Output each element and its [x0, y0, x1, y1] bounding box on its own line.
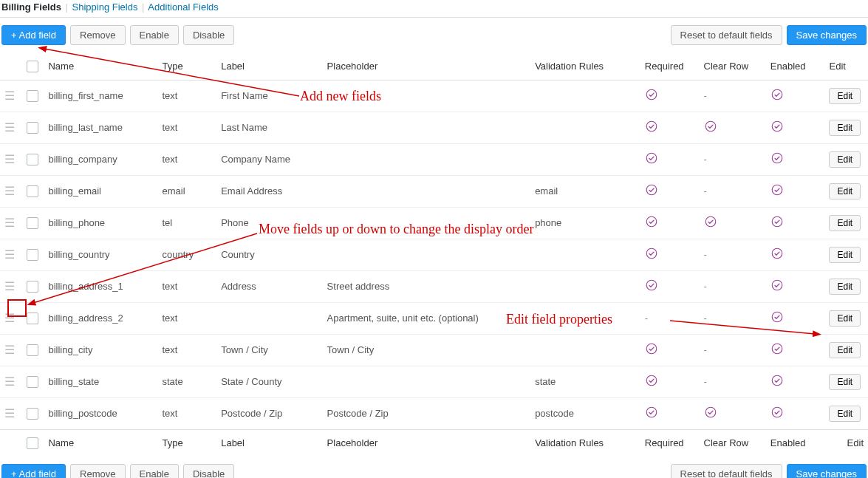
disable-button-bottom[interactable]: Disable	[183, 464, 234, 478]
check-circle-icon	[770, 215, 784, 228]
drag-handle-icon[interactable]: ☰	[4, 216, 15, 229]
drag-handle-icon[interactable]: ☰	[4, 312, 15, 324]
drag-handle-icon[interactable]: ☰	[4, 407, 15, 420]
svg-point-9	[646, 216, 657, 227]
cell-enabled	[766, 239, 825, 270]
add-field-button-bottom[interactable]: + Add field	[1, 464, 66, 478]
edit-button[interactable]: Edit	[829, 279, 861, 295]
cell-name: billing_last_name	[44, 112, 157, 143]
svg-point-10	[705, 216, 716, 227]
edit-button[interactable]: Edit	[829, 215, 861, 231]
cell-name: billing_state	[44, 366, 157, 397]
col-placeholder: Placeholder	[323, 52, 531, 80]
cell-enabled	[766, 143, 825, 175]
check-circle-icon	[645, 183, 658, 197]
cell-validation	[530, 143, 640, 175]
drag-handle-icon[interactable]: ☰	[4, 344, 15, 356]
table-row: ☰billing_postcodetextPostcode / ZipPostc…	[0, 397, 868, 429]
cell-validation	[530, 334, 640, 366]
edit-button[interactable]: Edit	[829, 120, 861, 136]
tab-additional[interactable]: Additional Fields	[148, 1, 218, 13]
row-checkbox[interactable]	[27, 249, 38, 261]
edit-button[interactable]: Edit	[829, 247, 861, 263]
svg-point-1	[772, 89, 782, 100]
cell-label: Country	[216, 239, 322, 270]
check-circle-icon	[770, 183, 784, 197]
cell-clear: -	[700, 80, 766, 112]
row-checkbox[interactable]	[27, 154, 38, 165]
cell-placeholder: Street address	[323, 270, 531, 302]
drag-handle-icon[interactable]: ☰	[4, 280, 15, 293]
edit-button[interactable]: Edit	[829, 183, 861, 199]
cell-label: Phone	[216, 207, 322, 239]
tab-billing[interactable]: Billing Fields	[1, 1, 61, 13]
reset-button[interactable]: Reset to default fields	[671, 25, 782, 45]
cell-type: text	[158, 80, 217, 112]
cell-required	[640, 270, 700, 302]
toolbar-top: + Add field Remove Enable Disable Reset …	[0, 18, 868, 52]
add-field-button[interactable]: + Add field	[1, 25, 66, 45]
cell-validation	[530, 302, 640, 334]
cell-type: text	[158, 270, 217, 302]
tab-shipping[interactable]: Shipping Fields	[72, 1, 138, 13]
cell-required	[640, 143, 700, 175]
cell-placeholder	[323, 366, 531, 397]
cell-type: text	[158, 397, 217, 429]
row-checkbox[interactable]	[27, 281, 38, 293]
table-row: ☰billing_phonetelPhonephoneEdit	[0, 207, 868, 239]
cell-label: Address	[216, 270, 322, 302]
check-circle-icon	[645, 247, 658, 260]
row-checkbox[interactable]	[27, 217, 38, 229]
cell-clear: -	[700, 175, 766, 207]
svg-point-8	[772, 185, 782, 195]
row-checkbox[interactable]	[27, 376, 38, 388]
row-checkbox[interactable]	[27, 185, 38, 197]
svg-point-0	[646, 89, 657, 100]
reset-button-bottom[interactable]: Reset to default fields	[671, 464, 782, 478]
svg-point-18	[772, 344, 782, 354]
cell-required	[640, 112, 700, 143]
row-checkbox[interactable]	[27, 344, 38, 356]
remove-button[interactable]: Remove	[70, 25, 125, 45]
cell-name: billing_address_1	[44, 270, 157, 302]
row-checkbox[interactable]	[27, 122, 38, 134]
svg-point-22	[705, 407, 716, 417]
enable-button[interactable]: Enable	[130, 25, 179, 45]
edit-button[interactable]: Edit	[829, 310, 861, 327]
cell-name: billing_email	[44, 175, 157, 207]
svg-point-14	[646, 280, 657, 290]
save-button[interactable]: Save changes	[787, 25, 867, 45]
drag-handle-icon[interactable]: ☰	[4, 121, 15, 134]
edit-button[interactable]: Edit	[829, 151, 861, 168]
edit-button[interactable]: Edit	[829, 88, 861, 104]
check-circle-icon	[645, 406, 658, 419]
drag-handle-icon[interactable]: ☰	[4, 89, 15, 102]
drag-handle-icon[interactable]: ☰	[4, 153, 15, 165]
cell-clear	[700, 207, 766, 239]
edit-button[interactable]: Edit	[829, 342, 861, 358]
enable-button-bottom[interactable]: Enable	[130, 464, 179, 478]
svg-point-12	[646, 248, 657, 259]
check-circle-icon	[645, 88, 658, 101]
row-checkbox[interactable]	[27, 90, 38, 102]
drag-handle-icon[interactable]: ☰	[4, 185, 15, 197]
select-all-checkbox[interactable]	[27, 61, 38, 72]
row-checkbox[interactable]	[27, 408, 38, 420]
edit-button[interactable]: Edit	[829, 374, 861, 390]
svg-point-20	[772, 375, 782, 386]
cell-placeholder: Apartment, suite, unit etc. (optional)	[323, 302, 531, 334]
cell-required	[640, 397, 700, 429]
drag-handle-icon[interactable]: ☰	[4, 248, 15, 261]
drag-handle-icon[interactable]: ☰	[4, 375, 15, 388]
cell-enabled	[766, 397, 825, 429]
remove-button-bottom[interactable]: Remove	[70, 464, 125, 478]
cell-enabled	[766, 207, 825, 239]
col-enabled: Enabled	[766, 52, 825, 80]
disable-button[interactable]: Disable	[183, 25, 234, 45]
row-checkbox[interactable]	[27, 313, 38, 324]
cell-placeholder: Town / City	[323, 334, 531, 366]
svg-point-15	[772, 280, 782, 290]
select-all-checkbox-footer[interactable]	[27, 437, 38, 449]
save-button-bottom[interactable]: Save changes	[787, 464, 867, 478]
edit-button[interactable]: Edit	[829, 406, 861, 422]
